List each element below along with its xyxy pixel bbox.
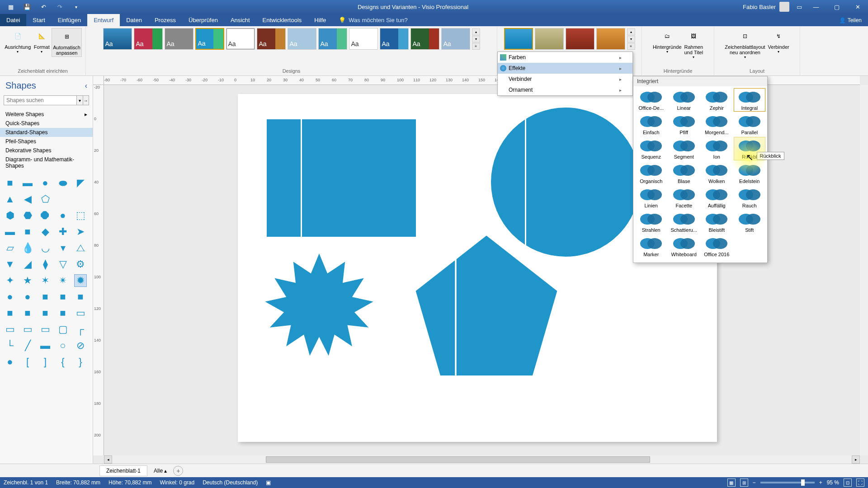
- vertical-scrollbar[interactable]: [860, 85, 868, 455]
- effect-option[interactable]: Linear: [668, 88, 700, 112]
- shape-rtriangle-icon[interactable]: ◤: [74, 177, 87, 189]
- tell-me-search[interactable]: 💡 Was möchten Sie tun?: [332, 14, 832, 26]
- user-avatar[interactable]: [779, 2, 789, 12]
- relayout-button[interactable]: ⊡ Zeichenblattlayout neu anordnen ▾: [724, 28, 766, 60]
- tab-design[interactable]: Entwurf: [87, 14, 120, 26]
- shape-funnel-icon[interactable]: ▽: [57, 258, 69, 271]
- save-icon[interactable]: 💾: [21, 2, 33, 12]
- ribbon-display-icon[interactable]: ▭: [793, 2, 806, 12]
- tab-view[interactable]: Ansicht: [224, 14, 256, 26]
- variant-thumb[interactable]: [596, 28, 625, 50]
- effect-option[interactable]: Parallel: [734, 113, 766, 136]
- zoom-out-icon[interactable]: −: [753, 479, 756, 486]
- shape-gear-icon[interactable]: ⚙: [74, 258, 87, 271]
- shape-blank2-icon[interactable]: [74, 193, 87, 206]
- tab-insert[interactable]: Einfügen: [52, 14, 87, 26]
- shape-shard-icon[interactable]: ◢: [21, 258, 34, 271]
- design-thumb[interactable]: Aa: [103, 28, 132, 50]
- shape-octagon-icon[interactable]: ⯃: [39, 209, 52, 222]
- effect-option[interactable]: Marker: [635, 235, 667, 258]
- shape-arrow-icon[interactable]: ➤: [74, 225, 87, 238]
- design-thumb[interactable]: Aa: [134, 28, 163, 50]
- shape-sq6-icon[interactable]: ■: [4, 307, 16, 319]
- effect-option[interactable]: Rauch: [734, 186, 766, 209]
- pentagon-shape[interactable]: [405, 230, 568, 383]
- shape-tear-icon[interactable]: ⧍: [74, 242, 87, 254]
- shape-cylinder-icon[interactable]: ⬚: [74, 209, 87, 222]
- shape-lbrace-icon[interactable]: {: [57, 356, 69, 368]
- design-thumb[interactable]: Aa: [165, 28, 193, 50]
- shape-sq7-icon[interactable]: ■: [21, 307, 34, 319]
- connectors-button[interactable]: ↯ Verbinder ▾: [767, 28, 790, 60]
- shape-sq3-icon[interactable]: ■: [39, 291, 52, 303]
- status-language[interactable]: Deutsch (Deutschland): [203, 479, 258, 486]
- design-thumb[interactable]: Aa: [226, 28, 255, 50]
- design-thumb[interactable]: Aa: [288, 28, 316, 50]
- effect-option[interactable]: Sequenz: [635, 137, 667, 160]
- minimize-button[interactable]: —: [806, 0, 826, 14]
- effect-option[interactable]: Zephir: [701, 88, 733, 112]
- effect-option[interactable]: Office 2016: [701, 235, 733, 258]
- shape-lbracket-icon[interactable]: [: [21, 356, 34, 368]
- share-button[interactable]: 👤 Teilen: [833, 14, 868, 26]
- zoom-slider[interactable]: [760, 482, 815, 483]
- burst-shape[interactable]: [260, 248, 378, 365]
- effect-option[interactable]: Morgend...: [701, 113, 733, 136]
- scroll-thumb[interactable]: [266, 456, 650, 463]
- zoom-handle[interactable]: [801, 479, 805, 486]
- effect-option[interactable]: Blase: [668, 161, 700, 185]
- design-thumb[interactable]: Aa: [318, 28, 347, 50]
- effect-option[interactable]: Pfiff: [668, 113, 700, 136]
- shape-ring-icon[interactable]: ○: [57, 339, 69, 352]
- shape-rect4-icon[interactable]: ▭: [21, 323, 34, 336]
- effect-option[interactable]: Strahlen: [635, 210, 667, 234]
- variant-up-icon[interactable]: ▴: [627, 28, 635, 35]
- user-area[interactable]: Fabio Basler: [739, 2, 793, 12]
- shape-folder-icon[interactable]: ▱: [4, 242, 16, 254]
- search-go-icon[interactable]: →: [83, 95, 90, 105]
- shape-ltriangle-icon[interactable]: ◀: [21, 193, 34, 206]
- tab-process[interactable]: Prozess: [148, 14, 182, 26]
- design-thumb[interactable]: Aa: [380, 28, 409, 50]
- shape-ellipse-icon[interactable]: ⬬: [57, 177, 69, 189]
- undo-icon[interactable]: ↶: [37, 2, 50, 12]
- format-button[interactable]: 📐 Format ▾: [33, 28, 51, 57]
- effect-option[interactable]: Auffällig: [701, 186, 733, 209]
- gallery-more-icon[interactable]: ≡: [472, 43, 480, 50]
- shape-star7-icon[interactable]: ✴: [57, 274, 69, 287]
- grid-icon[interactable]: ▦: [5, 2, 17, 12]
- tab-data[interactable]: Daten: [120, 14, 148, 26]
- shape-sq10-icon[interactable]: ▭: [74, 307, 87, 319]
- backgrounds-button[interactable]: 🗂 Hintergründe ▾: [652, 28, 683, 60]
- redo-icon[interactable]: ↷: [53, 2, 66, 12]
- more-shapes[interactable]: Weitere Shapes ▸: [0, 110, 93, 119]
- shape-l-icon[interactable]: └: [4, 339, 16, 352]
- shape-round-icon[interactable]: ▬: [39, 339, 52, 352]
- scroll-right-icon[interactable]: ▸: [852, 455, 860, 464]
- effect-option[interactable]: Stift: [734, 210, 766, 234]
- menu-colors[interactable]: Farben▸: [498, 52, 632, 63]
- design-thumb[interactable]: Aa: [257, 28, 286, 50]
- effect-option[interactable]: Wolken: [701, 161, 733, 185]
- close-button[interactable]: ✕: [847, 0, 868, 14]
- variant-thumb[interactable]: [566, 28, 594, 50]
- shape-sq9-icon[interactable]: ■: [57, 307, 69, 319]
- autofit-button[interactable]: ⊞ Automatisch anpassen: [52, 28, 82, 57]
- shape-heptagon-icon[interactable]: ⬣: [21, 209, 34, 222]
- category-standard[interactable]: Standard-Shapes: [0, 128, 93, 137]
- effect-option[interactable]: Edelstein: [734, 161, 766, 185]
- effect-option[interactable]: Segment: [668, 137, 700, 160]
- maximize-button[interactable]: ▢: [826, 0, 847, 14]
- design-thumb[interactable]: Aa: [410, 28, 439, 50]
- gallery-up-icon[interactable]: ▴: [472, 28, 480, 35]
- category-decorative[interactable]: Dekorative Shapes: [0, 146, 93, 155]
- variant-thumb[interactable]: [535, 28, 564, 50]
- add-sheet-button[interactable]: +: [173, 466, 183, 476]
- shape-blank1-icon[interactable]: [57, 193, 69, 206]
- shape-square-icon[interactable]: ■: [4, 177, 16, 189]
- shape-star6-icon[interactable]: ✶: [39, 274, 52, 287]
- shape-rect3-icon[interactable]: ▭: [4, 323, 16, 336]
- shape-star4-icon[interactable]: ✦: [4, 274, 16, 287]
- fit-page-icon[interactable]: ⊡: [844, 479, 852, 487]
- gallery-down-icon[interactable]: ▾: [472, 36, 480, 42]
